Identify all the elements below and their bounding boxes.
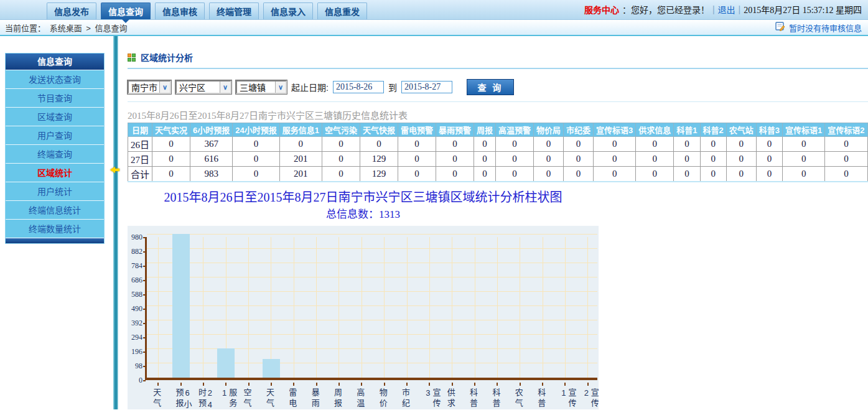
chart-plot-area — [145, 237, 597, 380]
table-header-cell: 24小时预报 — [233, 123, 279, 137]
h-gridline — [147, 248, 597, 249]
sidebar-item-0[interactable]: 发送状态查询 — [6, 70, 104, 88]
sidebar-item-7[interactable]: 终端信息统计 — [6, 200, 104, 219]
to-label: 到 — [388, 81, 397, 93]
y-axis-tick-label: 196 — [128, 347, 142, 356]
y-axis-tick-label: 294 — [128, 333, 142, 342]
x-axis-tick — [497, 383, 498, 386]
table-cell: 0 — [756, 137, 782, 152]
table-header-cell: 物价局 — [534, 123, 564, 137]
breadcrumb-row: 当前位置： 系统桌面 > 信息查询 暂时没有待审核信息 — [0, 20, 868, 36]
v-gridline — [158, 237, 159, 378]
x-axis-tick-label: 供求信息 — [447, 388, 455, 410]
table-cell: 983 — [190, 167, 233, 182]
nav-tab-2[interactable]: 信息审核 — [155, 2, 205, 19]
topbar-status-area: 服务中心 ：您好，您已经登录！ | 退出 | 2015年8月27日 15:37:… — [584, 3, 868, 19]
table-cell: 0 — [726, 152, 756, 167]
x-axis-tick — [225, 383, 226, 386]
table-cell: 0 — [756, 152, 782, 167]
collapse-sidebar-arrow-icon[interactable] — [110, 167, 115, 173]
v-gridline — [203, 237, 203, 378]
v-gridline — [587, 237, 588, 378]
table-cell: 0 — [700, 167, 726, 182]
table-cell: 合计 — [128, 167, 152, 182]
top-navigation-bar: 信息发布信息查询信息审核终端管理信息录入信息重发 服务中心 ：您好，您已经登录！… — [0, 0, 868, 20]
x-axis-tick — [474, 383, 475, 386]
city-select[interactable]: 南宁市 ∨ — [128, 80, 171, 94]
town-select[interactable]: 三塘镇 ∨ — [236, 80, 287, 94]
query-button[interactable]: 查 询 — [467, 79, 514, 95]
sidebar: 信息查询 发送状态查询节目查询区域查询用户查询终端查询区域统计用户统计终端信息统… — [5, 53, 105, 244]
x-axis-tick — [429, 383, 430, 386]
table-cell: 0 — [564, 152, 594, 167]
table-cell: 129 — [360, 152, 398, 167]
start-date-input[interactable] — [333, 81, 384, 93]
table-header-cell: 科普1 — [674, 123, 700, 137]
chart-bar — [263, 359, 280, 378]
sidebar-item-1[interactable]: 节目查询 — [6, 88, 104, 107]
sidebar-item-6[interactable]: 用户统计 — [6, 182, 104, 200]
x-axis-tick — [587, 383, 589, 386]
nav-tab-0[interactable]: 信息发布 — [47, 2, 96, 19]
table-cell: 0 — [322, 137, 360, 152]
h-gridline — [147, 320, 597, 320]
sidebar-splitter[interactable] — [113, 36, 118, 409]
date-range-label: 起止日期: — [291, 81, 329, 93]
sidebar-item-5[interactable]: 区域统计 — [6, 163, 104, 182]
table-cell: 0 — [594, 137, 636, 152]
sidebar-item-2[interactable]: 区域查询 — [6, 107, 104, 126]
table-cell: 0 — [279, 137, 322, 152]
main-panel: 区域统计分析 南宁市 ∨ 兴宁区 ∨ 三塘镇 ∨ 起止日期: 到 — [118, 36, 868, 409]
nav-tab-1[interactable]: 信息查询 — [101, 2, 151, 19]
y-axis-tick — [143, 266, 146, 267]
table-header-cell: 市纪委 — [564, 123, 594, 137]
chart-subtitle: 总信息数：1313 — [128, 205, 599, 221]
y-axis-tick-label: 686 — [128, 276, 142, 285]
y-axis-tick-label: 490 — [128, 304, 142, 314]
breadcrumb-system-desktop[interactable]: 系统桌面 — [50, 24, 82, 33]
breadcrumb-info-query[interactable]: 信息查询 — [95, 24, 128, 33]
x-axis-tick-label: 天气快报 — [266, 388, 274, 410]
table-cell: 0 — [700, 137, 726, 152]
x-axis-tick-label: 雷电预警 — [288, 388, 296, 410]
nav-tab-3[interactable]: 终端管理 — [209, 2, 259, 19]
y-axis-tick-label: 98 — [128, 361, 142, 371]
v-gridline — [316, 237, 317, 378]
sidebar-item-8[interactable]: 终端数量统计 — [6, 219, 104, 238]
table-cell: 0 — [534, 167, 564, 182]
panel-grid-icon — [128, 54, 136, 62]
logout-link[interactable]: 退出 — [718, 3, 735, 16]
nav-tabs: 信息发布信息查询信息审核终端管理信息录入信息重发 — [47, 2, 367, 19]
h-gridline — [147, 291, 597, 292]
town-select-value: 三塘镇 — [240, 81, 266, 93]
table-row: 27日06160201012900000000000000946 — [128, 152, 868, 167]
table-cell: 0 — [674, 167, 700, 182]
service-center-label: 服务中心 — [584, 3, 619, 16]
x-axis-tick — [520, 383, 521, 386]
y-axis-tick-label: 980 — [128, 233, 142, 242]
district-select[interactable]: 兴宁区 ∨ — [175, 80, 231, 94]
x-axis-tick — [406, 383, 408, 386]
sidebar-item-4[interactable]: 终端查询 — [6, 144, 104, 163]
y-axis-tick — [143, 380, 146, 381]
nav-tab-5[interactable]: 信息重发 — [317, 2, 367, 19]
v-gridline — [294, 237, 294, 378]
v-gridline — [271, 237, 271, 378]
table-row: 合计098302010129000000000000001313 — [128, 167, 868, 182]
table-cell: 0 — [152, 167, 190, 182]
x-axis-tick — [248, 383, 250, 386]
v-gridline — [565, 237, 566, 378]
table-cell: 0 — [756, 167, 782, 182]
table-cell: 0 — [594, 167, 636, 182]
table-cell: 0 — [674, 152, 700, 167]
table-cell: 0 — [783, 137, 825, 152]
pending-review-link[interactable]: 暂时没有待审核信息 — [789, 22, 862, 34]
panel-header: 区域统计分析 — [128, 51, 868, 69]
x-axis-tick-label: 高温预警 — [356, 388, 364, 410]
end-date-input[interactable] — [401, 81, 452, 93]
x-axis-tick — [338, 383, 340, 386]
panel-title: 区域统计分析 — [141, 51, 193, 63]
nav-tab-4[interactable]: 信息录入 — [263, 2, 313, 19]
sidebar-item-3[interactable]: 用户查询 — [6, 126, 104, 144]
table-cell: 0 — [674, 137, 700, 152]
